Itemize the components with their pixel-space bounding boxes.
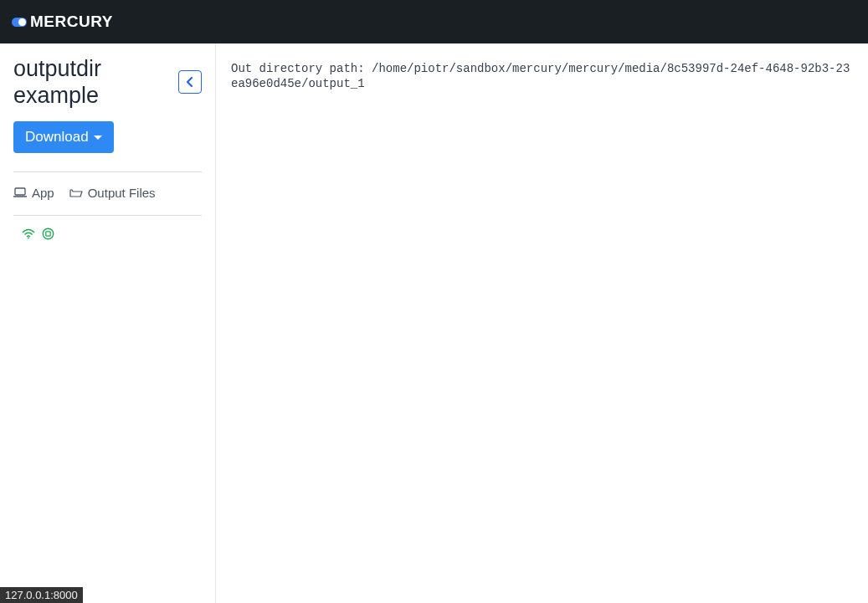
sidebar-link-output-files-label: Output Files: [88, 186, 156, 200]
download-button-label: Download: [25, 129, 89, 146]
collapse-sidebar-button[interactable]: [178, 70, 202, 94]
title-row: outputdir example: [13, 55, 202, 110]
svg-point-1: [28, 237, 29, 238]
sidebar-link-app[interactable]: App: [13, 186, 54, 200]
brand-name: MERCURY: [30, 13, 113, 31]
output-text: Out directory path: /home/piotr/sandbox/…: [231, 62, 853, 91]
statusbar-address: 127.0.0.1:8000: [0, 587, 83, 603]
sidebar-links: App Output Files: [13, 186, 202, 200]
sidebar-link-output-files[interactable]: Output Files: [69, 186, 156, 200]
sidebar-link-app-label: App: [32, 186, 54, 200]
page-title: outputdir example: [13, 55, 175, 110]
toggle-icon: [12, 18, 27, 27]
caret-down-icon: [94, 135, 102, 140]
svg-rect-3: [46, 232, 50, 236]
wifi-icon: [22, 228, 35, 239]
svg-point-2: [43, 228, 53, 238]
chevron-left-icon: [186, 76, 194, 88]
topbar: MERCURY: [0, 0, 868, 43]
brand-logo[interactable]: MERCURY: [12, 13, 113, 31]
layout: outputdir example Download App: [0, 43, 868, 603]
sidebar: outputdir example Download App: [0, 43, 216, 603]
main-content: Out directory path: /home/piotr/sandbox/…: [216, 43, 868, 603]
divider: [13, 171, 202, 172]
status-icons: [13, 227, 202, 240]
svg-rect-0: [15, 188, 25, 195]
stop-icon[interactable]: [42, 227, 54, 240]
download-button[interactable]: Download: [13, 121, 114, 153]
folder-open-icon: [69, 187, 83, 198]
divider: [13, 215, 202, 216]
laptop-icon: [13, 187, 27, 198]
